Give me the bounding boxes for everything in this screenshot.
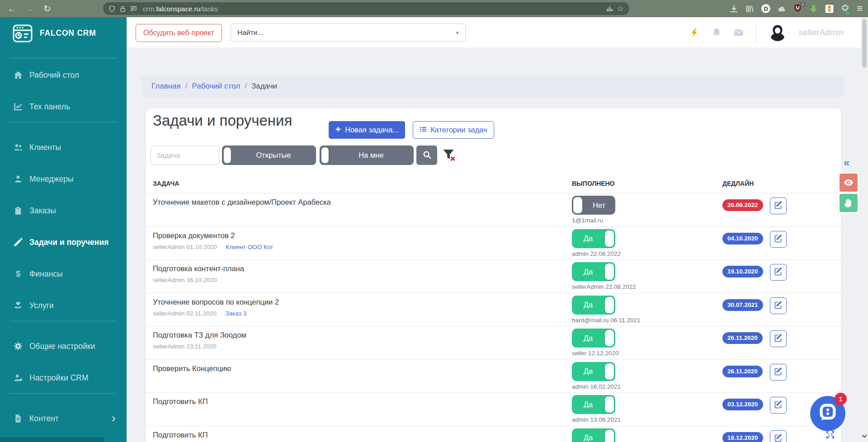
- app-header: Обсудить веб-проект Найти... ▾ sellerAdm…: [127, 17, 868, 47]
- tasks-card: Задачи и поручения Новая задача... Катег…: [146, 108, 841, 442]
- sidebar-item-home[interactable]: Рабочий стол: [0, 65, 127, 85]
- eye-visibility-button[interactable]: [840, 174, 858, 192]
- edit-task-button[interactable]: [770, 330, 787, 347]
- save-page-icon[interactable]: [606, 5, 613, 12]
- sidebar-item-users[interactable]: Клиенты: [0, 137, 127, 157]
- browser-extensions-area: D 1 ≡: [730, 0, 863, 17]
- done-info: sellerAdmin 22.08.2022: [572, 283, 636, 290]
- breadcrumb-separator: /: [245, 82, 247, 91]
- edit-task-button[interactable]: [770, 297, 787, 314]
- forward-icon[interactable]: →: [25, 0, 34, 17]
- filter-open-toggle[interactable]: Открытые: [222, 146, 316, 165]
- edit-task-button[interactable]: [770, 231, 787, 248]
- done-toggle[interactable]: Да: [572, 428, 615, 442]
- filter-assigned-to-me-toggle[interactable]: На мне: [320, 146, 414, 165]
- ok-ru-icon[interactable]: [825, 5, 834, 13]
- permissions-message-icon[interactable]: [130, 5, 137, 12]
- savefrom-arrow-icon[interactable]: [809, 5, 818, 13]
- gear-icon: [13, 342, 24, 351]
- notifications-bell-icon[interactable]: [712, 28, 722, 38]
- discuss-project-button[interactable]: Обсудить веб-проект: [136, 24, 222, 42]
- task-categories-button[interactable]: Категории задач: [413, 121, 494, 139]
- done-info: hard@mail.ru 06.11.2021: [572, 317, 641, 324]
- task-title: Проверить Концепцию: [153, 364, 231, 373]
- deadline-badge: 30.07.2021: [722, 299, 763, 311]
- edit-pencil-icon: [774, 201, 783, 211]
- task-categories-label: Категории задач: [430, 126, 487, 134]
- tracking-shield-icon[interactable]: [108, 5, 115, 12]
- address-bar[interactable]: crm.falconspace.ru/tasks ☆: [103, 2, 629, 15]
- breadcrumb-home-link[interactable]: Главная: [151, 82, 181, 91]
- deadline-badge: 04.10.2020: [722, 233, 763, 245]
- search-button[interactable]: [416, 146, 437, 165]
- sidebar-item-gear[interactable]: Общие настройки: [0, 336, 127, 356]
- plus-icon: [335, 126, 341, 134]
- users-icon: [13, 143, 24, 152]
- scroll-down-icon[interactable]: [862, 432, 867, 440]
- back-icon[interactable]: ←: [7, 0, 16, 17]
- sidebar-item-handheart[interactable]: Услуги: [0, 296, 127, 315]
- expand-fullscreen-icon[interactable]: [826, 430, 835, 441]
- clear-filters-icon[interactable]: [443, 148, 457, 164]
- ublock-icon[interactable]: 1: [793, 4, 802, 14]
- global-search-select[interactable]: Найти... ▾: [231, 24, 466, 42]
- list-icon: [420, 126, 427, 135]
- task-related-link[interactable]: Клиент ООО Кот: [226, 244, 274, 250]
- reload-icon[interactable]: ↻: [43, 0, 51, 17]
- breadcrumb: Главная / Рабочий стол / Задачи: [142, 75, 844, 97]
- extensions-puzzle-icon[interactable]: [841, 4, 849, 14]
- sidebar-item-file[interactable]: Контент: [0, 409, 127, 428]
- cloud-extension-icon[interactable]: [778, 5, 786, 13]
- done-toggle[interactable]: Да: [572, 296, 615, 315]
- library-icon[interactable]: [745, 5, 754, 13]
- done-toggle-knob: [573, 197, 582, 213]
- filter-open-label: Открытые: [231, 146, 316, 165]
- caret-down-icon: ▾: [456, 29, 459, 36]
- done-info: seller 12.12.2020: [572, 350, 619, 357]
- done-toggle[interactable]: Да: [572, 362, 615, 381]
- sidebar-item-chart[interactable]: Тех панель: [0, 97, 127, 117]
- edit-task-button[interactable]: [770, 197, 787, 214]
- edit-task-button[interactable]: [770, 397, 787, 414]
- username[interactable]: sellerAdmin: [799, 28, 844, 38]
- done-toggle[interactable]: Да: [572, 395, 615, 414]
- task-subline: sellerAdmin 01.10.2020 Клиент ООО Кот: [153, 244, 273, 250]
- column-task: ЗАДАЧА: [153, 180, 179, 187]
- hand-accessibility-button[interactable]: [840, 194, 858, 212]
- sidebar-item-pencil[interactable]: Задачи и поручения: [0, 232, 127, 252]
- logo[interactable]: FALCON CRM: [0, 17, 127, 58]
- done-toggle[interactable]: Да: [572, 229, 615, 248]
- messages-envelope-icon[interactable]: [734, 28, 744, 38]
- collapse-panel-icon[interactable]: «: [844, 156, 849, 169]
- breadcrumb-desktop-link[interactable]: Рабочий стол: [192, 82, 240, 91]
- done-toggle[interactable]: Да: [572, 329, 615, 348]
- done-toggle-knob: [605, 230, 614, 247]
- edit-task-button[interactable]: [770, 264, 787, 281]
- extension-d-icon[interactable]: D: [761, 4, 770, 13]
- scrollbar-thumb[interactable]: [862, 19, 867, 68]
- done-toggle-label: Да: [572, 262, 604, 281]
- done-toggle[interactable]: Нет: [572, 196, 615, 215]
- done-toggle[interactable]: Да: [572, 262, 615, 281]
- task-search-input[interactable]: [151, 146, 219, 165]
- screen: ← → ↻ crm.falconspace.ru/tasks ☆ D 1 ≡: [0, 0, 868, 442]
- avatar[interactable]: [769, 24, 787, 42]
- edit-task-button[interactable]: [770, 364, 787, 381]
- task-related-link[interactable]: Заказ 3: [226, 310, 247, 317]
- sidebar-item-usergear[interactable]: Настройки CRM: [0, 368, 127, 388]
- scrollbar[interactable]: [861, 17, 868, 442]
- sidebar-item-dollar[interactable]: $ Финансы: [0, 264, 127, 284]
- deadline-badge: 03.12.2020: [722, 399, 763, 410]
- deadline-badge: 18.12.2020: [722, 432, 763, 442]
- edit-pencil-icon: [774, 434, 783, 442]
- task-subline: sellerAdmin 02.11.2020 Заказ 3: [153, 310, 246, 317]
- bookmark-star-icon[interactable]: ☆: [617, 4, 624, 14]
- downloads-icon[interactable]: [730, 5, 738, 13]
- new-task-button[interactable]: Новая задача...: [329, 121, 405, 139]
- edit-task-button[interactable]: [770, 430, 787, 442]
- sidebar-item-label: Задачи и поручения: [29, 238, 108, 247]
- sidebar-item-clipboard[interactable]: Заказы: [0, 201, 127, 221]
- menu-icon[interactable]: ≡: [857, 0, 863, 17]
- sidebar-item-user[interactable]: Менеджеры: [0, 169, 127, 189]
- quick-actions-bolt-icon[interactable]: [689, 28, 699, 38]
